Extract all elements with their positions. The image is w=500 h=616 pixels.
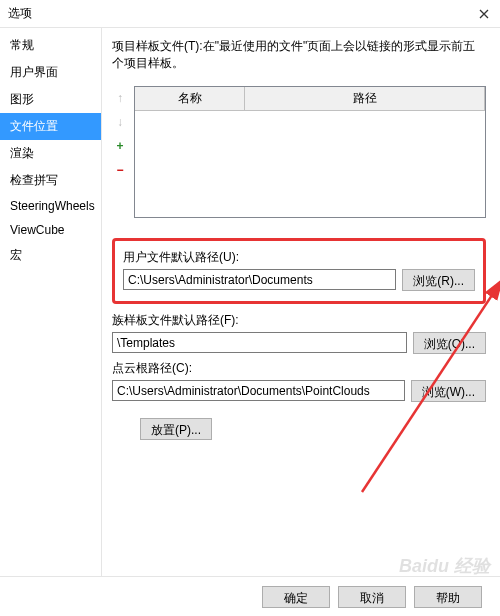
annotation-highlight: 用户文件默认路径(U): 浏览(R)... bbox=[112, 238, 486, 304]
move-up-icon[interactable]: ↑ bbox=[112, 88, 128, 108]
move-down-icon[interactable]: ↓ bbox=[112, 112, 128, 132]
titlebar: 选项 bbox=[0, 0, 500, 28]
sidebar-item-spellcheck[interactable]: 检查拼写 bbox=[0, 167, 101, 194]
place-button[interactable]: 放置(P)... bbox=[140, 418, 212, 440]
family-template-group: 族样板文件默认路径(F): 浏览(O)... bbox=[112, 312, 486, 354]
family-template-label: 族样板文件默认路径(F): bbox=[112, 312, 486, 329]
sidebar-item-file-locations[interactable]: 文件位置 bbox=[0, 113, 101, 140]
template-table-area: ↑ ↓ + − 名称 路径 bbox=[112, 86, 486, 218]
user-file-default-label: 用户文件默认路径(U): bbox=[123, 249, 475, 266]
user-file-default-group: 用户文件默认路径(U): 浏览(R)... bbox=[123, 249, 475, 291]
help-button[interactable]: 帮助 bbox=[414, 586, 482, 608]
footer: 确定 取消 帮助 bbox=[0, 576, 500, 616]
sidebar-item-label: 用户界面 bbox=[10, 64, 58, 81]
sidebar-item-label: 图形 bbox=[10, 91, 34, 108]
col-header-path: 路径 bbox=[245, 87, 485, 111]
sidebar-item-graphics[interactable]: 图形 bbox=[0, 86, 101, 113]
pointcloud-root-input[interactable] bbox=[112, 380, 405, 401]
sidebar-item-label: SteeringWheels bbox=[10, 199, 95, 213]
delete-icon[interactable]: − bbox=[112, 160, 128, 180]
description-text: 项目样板文件(T):在"最近使用的文件"页面上会以链接的形式显示前五个项目样板。 bbox=[112, 38, 486, 72]
ok-button[interactable]: 确定 bbox=[262, 586, 330, 608]
browse-w-button[interactable]: 浏览(W)... bbox=[411, 380, 486, 402]
sidebar-item-label: ViewCube bbox=[10, 223, 64, 237]
pointcloud-root-label: 点云根路径(C): bbox=[112, 360, 486, 377]
cancel-button[interactable]: 取消 bbox=[338, 586, 406, 608]
close-icon[interactable] bbox=[476, 6, 492, 22]
main-area: 常规 用户界面 图形 文件位置 渲染 检查拼写 SteeringWheels V… bbox=[0, 28, 500, 576]
content-panel: 项目样板文件(T):在"最近使用的文件"页面上会以链接的形式显示前五个项目样板。… bbox=[102, 28, 500, 576]
sidebar: 常规 用户界面 图形 文件位置 渲染 检查拼写 SteeringWheels V… bbox=[0, 28, 102, 576]
sidebar-item-render[interactable]: 渲染 bbox=[0, 140, 101, 167]
family-template-input[interactable] bbox=[112, 332, 407, 353]
sidebar-item-label: 渲染 bbox=[10, 145, 34, 162]
sidebar-item-label: 文件位置 bbox=[10, 118, 58, 135]
sidebar-item-general[interactable]: 常规 bbox=[0, 32, 101, 59]
browse-r-button[interactable]: 浏览(R)... bbox=[402, 269, 475, 291]
sidebar-item-viewcube[interactable]: ViewCube bbox=[0, 218, 101, 242]
sidebar-item-steeringwheels[interactable]: SteeringWheels bbox=[0, 194, 101, 218]
table-controls: ↑ ↓ + − bbox=[112, 86, 128, 218]
pointcloud-root-group: 点云根路径(C): 浏览(W)... bbox=[112, 360, 486, 402]
sidebar-item-ui[interactable]: 用户界面 bbox=[0, 59, 101, 86]
template-grid[interactable]: 名称 路径 bbox=[134, 86, 486, 218]
add-icon[interactable]: + bbox=[112, 136, 128, 156]
sidebar-item-label: 常规 bbox=[10, 37, 34, 54]
user-file-default-input[interactable] bbox=[123, 269, 396, 290]
sidebar-item-macros[interactable]: 宏 bbox=[0, 242, 101, 269]
browse-o-button[interactable]: 浏览(O)... bbox=[413, 332, 486, 354]
grid-header: 名称 路径 bbox=[135, 87, 485, 111]
col-header-name: 名称 bbox=[135, 87, 245, 111]
sidebar-item-label: 检查拼写 bbox=[10, 172, 58, 189]
sidebar-item-label: 宏 bbox=[10, 247, 22, 264]
window-title: 选项 bbox=[8, 5, 476, 22]
